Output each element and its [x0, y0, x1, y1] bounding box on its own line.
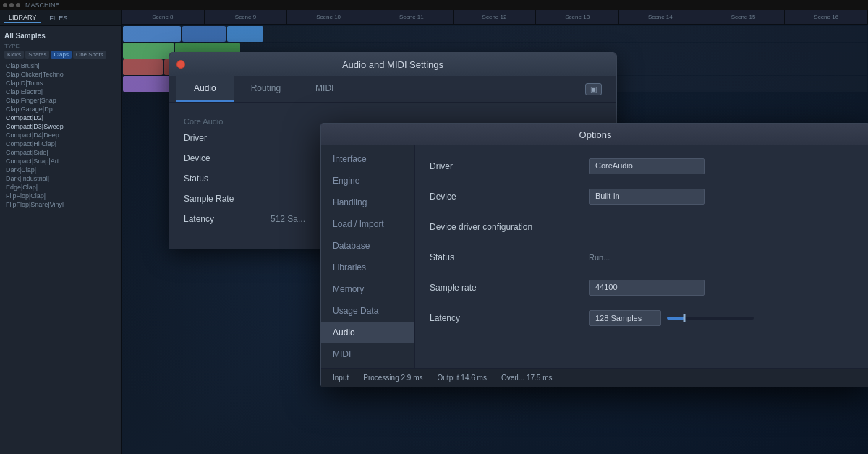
menu-item-usage-data[interactable]: Usage Data — [321, 300, 414, 322]
ni-logo-icon: ▣ — [585, 83, 602, 95]
dialog-tabs: Audio Routing MIDI ▣ — [169, 76, 616, 103]
menu-item-engine[interactable]: Engine — [321, 170, 414, 192]
options-devconfig-label: Device driver configuration — [430, 222, 589, 232]
latency-slider-thumb — [684, 314, 686, 322]
sidebar-header: LIBRARY FILES — [0, 10, 121, 26]
options-device-row: Device Built-in — [430, 187, 855, 206]
menu-item-libraries[interactable]: Libraries — [321, 257, 414, 278]
samplerate-input[interactable]: 44100 — [589, 280, 705, 296]
scene-bar: Scene 8 Scene 9 Scene 10 Scene 11 Scene … — [122, 10, 868, 25]
sidebar-tab-files[interactable]: FILES — [45, 13, 72, 23]
scene-item-4[interactable]: Scene 12 — [454, 10, 537, 24]
options-status-value: Run... — [589, 253, 855, 262]
sidebar-section: All Samples TYPE Kicks Snares Claps One … — [0, 26, 121, 212]
dot3 — [16, 3, 20, 7]
filter-oneshots[interactable]: One Shots — [73, 51, 106, 59]
library-item-13[interactable]: Dark|Industrial| — [4, 174, 116, 183]
dialog-status-label: Status — [184, 174, 271, 184]
daw-topbar: MASCHINE — [0, 0, 868, 10]
scene-item-5[interactable]: Scene 13 — [536, 10, 619, 24]
filter-kicks[interactable]: Kicks — [4, 51, 24, 59]
device-icon: ▣ — [585, 76, 602, 102]
options-latency-label: Latency — [430, 313, 589, 323]
clip-1-0[interactable] — [123, 43, 174, 59]
library-item-4[interactable]: Clap|Finger|Snap — [4, 96, 116, 105]
menu-item-memory[interactable]: Memory — [321, 278, 414, 300]
clip-0-0[interactable] — [123, 26, 181, 42]
menu-item-midi[interactable]: MIDI — [321, 343, 414, 365]
library-item-8[interactable]: Compact|D4|Deep — [4, 131, 116, 140]
library-item-6[interactable]: Compact|D2| — [4, 113, 116, 122]
filter-chips: Kicks Snares Claps One Shots — [4, 51, 116, 59]
scene-item-6[interactable]: Scene 14 — [619, 10, 702, 24]
latency-slider-fill — [667, 317, 684, 320]
options-samplerate-row: Sample rate 44100 — [430, 278, 855, 297]
library-item-3[interactable]: Clap|Electro| — [4, 87, 116, 96]
filter-claps[interactable]: Claps — [51, 51, 71, 59]
clip-2-0[interactable] — [123, 59, 163, 75]
bottom-output-value: 14.6 ms — [461, 374, 487, 382]
bottom-output-label: Output — [438, 374, 459, 382]
bottom-overload-value: 17.5 ms — [527, 374, 553, 382]
options-driver-row: Driver CoreAudio — [430, 157, 855, 176]
clip-0-1[interactable] — [182, 26, 226, 42]
daw-sidebar: LIBRARY FILES All Samples TYPE Kicks Sna… — [0, 10, 122, 454]
options-status-label: Status — [430, 252, 589, 262]
library-item-7[interactable]: Compact|D3|Sweep — [4, 122, 116, 131]
bottom-processing-value: 2.9 ms — [401, 374, 423, 382]
bottom-processing: Processing 2.9 ms — [363, 374, 422, 382]
type-label: TYPE — [4, 41, 116, 51]
menu-item-interface[interactable]: Interface — [321, 148, 414, 170]
menu-item-handling[interactable]: Handling — [321, 192, 414, 213]
dialog-title: Audio and MIDI Settings — [342, 59, 443, 70]
dialog-latency-label: Latency — [184, 214, 271, 224]
latency-slider-label: 128 Samples — [589, 310, 661, 326]
dot2 — [9, 3, 14, 7]
menu-item-database[interactable]: Database — [321, 235, 414, 257]
library-item-9[interactable]: Compact|Hi Clap| — [4, 140, 116, 148]
library-item-2[interactable]: Clap|D|Toms — [4, 79, 116, 87]
bottom-overload: Overl... 17.5 ms — [501, 374, 553, 382]
options-status-row: Status Run... — [430, 248, 855, 267]
scene-item-2[interactable]: Scene 10 — [287, 10, 370, 24]
menu-item-load-import[interactable]: Load / Import — [321, 213, 414, 235]
scene-item-1[interactable]: Scene 9 — [205, 10, 288, 24]
library-item-0[interactable]: Clap|Brush| — [4, 61, 116, 70]
bottom-input: Input — [333, 374, 349, 382]
dot1 — [3, 3, 7, 7]
bottom-input-label: Input — [333, 374, 349, 382]
library-item-10[interactable]: Compact|Side| — [4, 148, 116, 157]
dialog-samplerate-label: Sample Rate — [184, 194, 271, 204]
clip-0-2[interactable] — [227, 26, 263, 42]
filter-snares[interactable]: Snares — [25, 51, 49, 59]
scene-item-8[interactable]: Scene 16 — [785, 10, 868, 24]
options-devconfig-row: Device driver configuration — [430, 218, 855, 236]
options-samplerate-value: 44100 — [589, 280, 855, 296]
options-driver-label: Driver — [430, 161, 589, 171]
library-item-16[interactable]: FlipFlop|Snare|Vinyl — [4, 200, 116, 209]
options-bottom-bar: Input Processing 2.9 ms Output 14.6 ms O… — [321, 368, 868, 387]
scene-item-3[interactable]: Scene 11 — [370, 10, 454, 24]
latency-slider-container: 128 Samples — [589, 310, 754, 326]
bottom-processing-label: Processing — [363, 374, 399, 382]
tab-midi[interactable]: MIDI — [298, 76, 351, 102]
options-titlebar: Options — [321, 124, 868, 145]
dialog-close-button[interactable] — [176, 60, 185, 69]
scene-item-0[interactable]: Scene 8 — [122, 10, 205, 24]
latency-slider-track[interactable] — [667, 317, 754, 320]
tab-audio[interactable]: Audio — [176, 76, 234, 102]
library-item-12[interactable]: Dark|Clap| — [4, 166, 116, 174]
library-item-1[interactable]: Clap|Clicker|Techno — [4, 70, 116, 79]
driver-input[interactable]: CoreAudio — [589, 158, 705, 174]
tab-routing[interactable]: Routing — [234, 76, 298, 102]
menu-item-audio[interactable]: Audio — [321, 322, 414, 343]
library-item-11[interactable]: Compact|Snap|Art — [4, 157, 116, 166]
library-item-14[interactable]: Edge|Clap| — [4, 183, 116, 192]
sidebar-tab-library[interactable]: LIBRARY — [4, 12, 41, 23]
bottom-output: Output 14.6 ms — [438, 374, 487, 382]
scene-item-7[interactable]: Scene 15 — [702, 10, 786, 24]
bottom-overload-label: Overl... — [501, 374, 524, 382]
library-item-15[interactable]: FlipFlop|Clap| — [4, 192, 116, 200]
device-input[interactable]: Built-in — [589, 189, 705, 205]
library-item-5[interactable]: Clap|Garage|Dp — [4, 105, 116, 113]
